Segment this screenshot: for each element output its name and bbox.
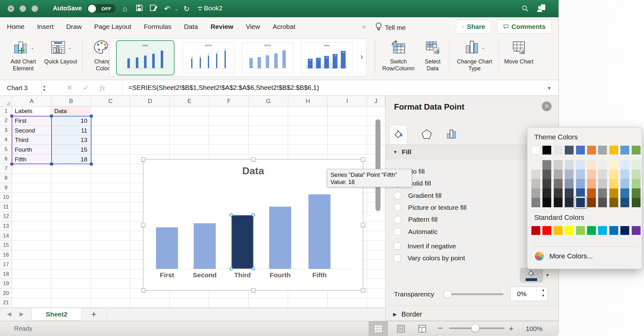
theme-color-variant-swatch[interactable] — [565, 198, 574, 207]
account-icon[interactable] — [536, 4, 546, 14]
chart-resize-handle[interactable] — [251, 157, 255, 161]
prev-sheet-icon[interactable]: ◀ — [7, 311, 11, 317]
row-header-19[interactable]: 19 — [0, 279, 12, 289]
chart-resize-handle[interactable] — [141, 223, 145, 227]
row-header-14[interactable]: 14 — [0, 231, 12, 241]
chart-resize-handle[interactable] — [361, 157, 365, 161]
radio-button[interactable] — [394, 216, 402, 224]
theme-color-variant-swatch[interactable] — [598, 198, 607, 207]
row-header-10[interactable]: 10 — [0, 193, 12, 203]
theme-color-variant-swatch[interactable] — [609, 198, 618, 207]
row-header-17[interactable]: 17 — [0, 260, 12, 269]
cell-value[interactable]: 18 — [52, 155, 91, 165]
name-box-stepper[interactable]: ▲▼ — [40, 83, 48, 93]
ribbon-tab-draw[interactable]: Draw — [66, 23, 82, 30]
zoom-in-icon[interactable]: + — [509, 324, 514, 333]
radio-button[interactable] — [394, 228, 402, 236]
column-header-b[interactable]: B — [52, 96, 91, 106]
tab-fill-line[interactable] — [389, 125, 408, 144]
row-header-3[interactable]: 3 — [0, 126, 12, 135]
theme-color-variant-swatch[interactable] — [531, 170, 540, 179]
theme-color-variant-swatch[interactable] — [565, 160, 574, 170]
select-all-corner[interactable] — [0, 96, 12, 106]
page-break-view-button[interactable] — [413, 321, 432, 336]
theme-color-swatch[interactable] — [620, 146, 629, 154]
name-box[interactable]: Chart 3 — [0, 80, 42, 96]
share-button[interactable]: Share — [456, 20, 491, 34]
comments-button[interactable]: Comments — [497, 20, 552, 34]
theme-color-variant-swatch[interactable] — [609, 179, 618, 188]
cell-label[interactable]: First — [12, 116, 52, 126]
theme-color-variant-swatch[interactable] — [576, 179, 585, 188]
row-header-4[interactable]: 4 — [0, 135, 12, 145]
theme-color-variant-swatch[interactable] — [554, 198, 563, 207]
ribbon-tab-page-layout[interactable]: Page Layout — [94, 23, 131, 30]
theme-color-variant-swatch[interactable] — [554, 160, 563, 170]
theme-color-swatch[interactable] — [598, 146, 607, 154]
theme-color-variant-swatch[interactable] — [620, 198, 629, 207]
theme-color-variant-swatch[interactable] — [632, 179, 641, 188]
add-sheet-icon[interactable]: + — [91, 309, 96, 319]
theme-color-variant-swatch[interactable] — [576, 170, 585, 179]
theme-color-variant-swatch[interactable] — [620, 188, 629, 198]
standard-color-swatch[interactable] — [598, 226, 607, 235]
transparency-spinbox[interactable]: 0% ▲▼ — [510, 287, 548, 301]
chart-style-thumb[interactable]: DATA — [242, 42, 293, 73]
search-icon[interactable] — [521, 5, 529, 14]
row-header-9[interactable]: 9 — [0, 183, 12, 193]
chart-bar-fourth[interactable] — [269, 207, 291, 269]
enter-icon[interactable]: ✓ — [83, 84, 89, 92]
cell-value[interactable]: 11 — [52, 126, 91, 135]
row-header-18[interactable]: 18 — [0, 269, 12, 279]
quick-layout-button[interactable]: ⌄ Quick Layout — [43, 39, 78, 65]
ribbon-tab-data[interactable]: Data — [184, 23, 198, 30]
theme-color-variant-swatch[interactable] — [531, 179, 540, 188]
theme-color-variant-swatch[interactable] — [531, 160, 540, 170]
row-header-6[interactable]: 6 — [0, 154, 12, 164]
theme-color-variant-swatch[interactable] — [632, 188, 641, 198]
change-chart-type-button[interactable]: ⌄ Change Chart Type — [454, 39, 495, 72]
standard-color-swatch[interactable] — [632, 226, 641, 235]
cell-label[interactable]: Third — [12, 135, 52, 145]
fill-option-pattern-fill[interactable]: Pattern fill — [394, 214, 437, 225]
close-icon[interactable]: ✕ — [542, 101, 552, 111]
more-colors-item[interactable]: More Colors... — [535, 252, 593, 261]
point-selection-handle[interactable] — [230, 213, 233, 217]
move-chart-button[interactable]: Move Chart — [503, 39, 535, 65]
row-header-5[interactable]: 5 — [0, 145, 12, 154]
theme-color-variant-swatch[interactable] — [632, 170, 641, 179]
ribbon-tab-acrobat[interactable]: Acrobat — [273, 23, 295, 30]
theme-color-variant-swatch[interactable] — [632, 198, 641, 207]
switch-row-column-button[interactable]: Switch Row/Column — [380, 39, 417, 72]
spin-up-icon[interactable]: ▲ — [541, 288, 545, 292]
standard-color-swatch[interactable] — [587, 226, 596, 235]
theme-color-variant-swatch[interactable] — [598, 170, 607, 179]
theme-color-variant-swatch[interactable] — [587, 188, 596, 198]
row-header-21[interactable]: 21 — [0, 298, 12, 308]
theme-color-variant-swatch[interactable] — [565, 179, 574, 188]
ribbon-tab-review[interactable]: Review — [210, 23, 233, 30]
column-header-g[interactable]: G — [249, 96, 288, 106]
formula-input[interactable]: =SERIES(Sheet2!$B$1,Sheet2!$A$2:$A$6,She… — [128, 84, 319, 91]
column-header-d[interactable]: D — [130, 96, 170, 106]
row-header-15[interactable]: 15 — [0, 241, 12, 250]
theme-color-variant-swatch[interactable] — [598, 160, 607, 170]
checkbox[interactable] — [394, 242, 401, 250]
cell-label[interactable]: Fourth — [12, 145, 52, 155]
theme-color-variant-swatch[interactable] — [620, 179, 629, 188]
next-sheet-icon[interactable]: ▶ — [19, 311, 24, 317]
point-selection-handle[interactable] — [252, 213, 255, 217]
chart-bar-third[interactable] — [231, 215, 253, 269]
theme-color-variant-swatch[interactable] — [609, 170, 618, 179]
chart-resize-handle[interactable] — [251, 288, 255, 292]
zoom-out-icon[interactable]: − — [438, 323, 443, 333]
standard-color-swatch[interactable] — [609, 226, 618, 235]
cell-a1[interactable]: Labels — [12, 106, 52, 116]
point-selection-handle[interactable] — [230, 267, 233, 270]
theme-color-variant-swatch[interactable] — [576, 160, 585, 170]
theme-color-variant-swatch[interactable] — [554, 188, 563, 198]
add-chart-element-button[interactable]: ⌄ Add Chart Element — [4, 39, 42, 72]
fill-option-picture-or-texture-fill[interactable]: Picture or texture fill — [394, 202, 467, 213]
normal-view-button[interactable] — [369, 321, 388, 336]
formula-bar-expand-icon[interactable]: ▼ — [547, 85, 552, 91]
